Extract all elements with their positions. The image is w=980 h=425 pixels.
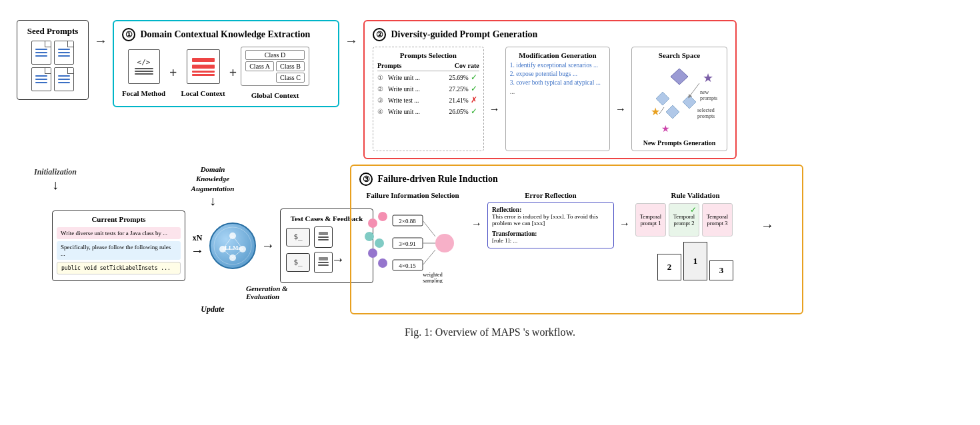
temporal-card-1-label: Temporal prompt 1 xyxy=(638,213,663,226)
arrow-right-xn: → xyxy=(191,243,204,258)
cp-card-3-text: public void setTickLabelInsets ... xyxy=(61,265,171,271)
doc-line xyxy=(35,49,47,50)
podium-bar-3: 3 xyxy=(709,260,733,280)
ps-row-1: ① Write unit ... 25.69% ✓ xyxy=(377,73,479,83)
code-line xyxy=(135,71,153,72)
new-prompts-label-text: new xyxy=(700,89,709,95)
podium-3rd: 3 xyxy=(709,260,733,280)
current-prompts-row: Current Prompts Write diverse unit tests… xyxy=(52,209,373,283)
dot-purple-2 xyxy=(378,258,387,268)
clip-line xyxy=(318,264,329,266)
new-prompts-label-text2: prompts xyxy=(700,95,717,101)
failure-info: Failure Information Selection 2×0.88 xyxy=(359,191,466,283)
section2-title: ② Diversity-guided Prompt Generation xyxy=(373,28,727,41)
focal-method: </> Focal Method xyxy=(122,49,165,97)
ps-row-2: ② Write unit ... 27.25% ✓ xyxy=(377,84,479,94)
doc-line xyxy=(58,79,70,80)
section2-box: ② Diversity-guided Prompt Generation Pro… xyxy=(363,20,737,159)
arrow-er-to-rv: → xyxy=(619,218,630,230)
new-prompts-generation: Search Space ★ ★ ★ new xyxy=(631,47,727,151)
code-lines xyxy=(135,68,153,75)
red-bar xyxy=(192,58,215,62)
temporal-card-2-label: Temporal prompt 2 xyxy=(671,213,697,226)
ps-num-4: ④ xyxy=(377,108,388,115)
arrow-right-icon: → xyxy=(345,33,358,49)
doc-line xyxy=(35,55,47,57)
red-bar-thin xyxy=(192,71,215,73)
failure-canvas: 2×0.88 3×0.91 4×0.15 weighted sampling xyxy=(359,203,463,283)
doc-line xyxy=(58,75,70,77)
ps-rate-4: 26.05% xyxy=(442,109,469,115)
doc-line xyxy=(58,49,70,50)
podium-bar-2: 2 xyxy=(657,254,681,280)
update-label: Update xyxy=(201,304,224,314)
xn-connector: xN → xyxy=(191,233,204,258)
weighted-sampling-label: weighted xyxy=(423,272,442,278)
ps-text-2: Write unit ... xyxy=(388,86,442,93)
ps-text-4: Write unit ... xyxy=(388,109,442,115)
reflection-label: Reflection: xyxy=(492,207,609,213)
ps-num-3: ③ xyxy=(377,97,388,104)
gen-eval-label: Generation &Evaluation xyxy=(246,284,288,300)
weight-text-1: 2×0.88 xyxy=(399,218,416,224)
llms-box: LLMs xyxy=(209,222,256,269)
big-dot xyxy=(435,234,454,252)
global-context-label: Global Context xyxy=(251,91,299,99)
arrow-ps-to-mg: → xyxy=(489,67,500,151)
section3-inner: Failure Information Selection 2×0.88 xyxy=(359,191,794,283)
doc-line xyxy=(58,52,70,53)
initialization-label: Initialization xyxy=(34,167,77,177)
star-orange: ★ xyxy=(651,106,660,117)
ps-check-1: ✓ xyxy=(469,73,479,83)
cp-card-2: Specifically, please follow the followin… xyxy=(57,241,181,260)
error-reflection-box: Reflection: This error is induced by [xx… xyxy=(487,202,614,248)
class-c: Class C xyxy=(276,73,305,83)
modification-generation: Modification Generation 1. identify exce… xyxy=(505,47,610,151)
diamond-3 xyxy=(666,105,679,119)
arrow-llms-to-tc: → xyxy=(261,238,275,253)
star-purple: ★ xyxy=(703,71,713,85)
npg-title: Search Space xyxy=(636,51,723,59)
seed-doc-3 xyxy=(31,67,51,91)
temporal-card-3-label: Temporal prompt 3 xyxy=(705,213,730,226)
modification-generation-title: Modification Generation xyxy=(510,51,605,59)
doc-line xyxy=(58,82,70,83)
ps-text-3: Write test ... xyxy=(388,97,442,104)
badge-circle-1: ① xyxy=(122,28,135,41)
class-d: Class D xyxy=(245,50,305,60)
cp-card-1: Write diverse unit tests for a Java clas… xyxy=(57,227,181,239)
section1-box: ① Domain Contextual Knowledge Extraction… xyxy=(113,20,339,107)
arrow-star-to-diamond xyxy=(689,83,699,97)
diamond-1 xyxy=(656,92,669,105)
seed-doc-2 xyxy=(54,41,74,65)
terminal-icon-1: $_ xyxy=(286,228,310,246)
diamond-2 xyxy=(683,95,696,109)
focal-method-label: Focal Method xyxy=(122,89,165,97)
arrow-to-big xyxy=(423,220,435,236)
arrow-tc-to-s3: → xyxy=(331,205,345,314)
error-reflection-title: Error Reflection xyxy=(487,191,614,199)
mg-item-1: 1. identify exceptional scenarios ... xyxy=(510,62,605,69)
section2-inner: Prompts Selection Prompts Cov rate ① Wri… xyxy=(373,47,727,151)
star-pink: ★ xyxy=(661,124,670,134)
arrow-s1-to-s2: → xyxy=(345,33,358,49)
rule-validation: Rule Validation Temporal prompt 1 Tempor… xyxy=(635,191,755,280)
red-bar xyxy=(192,65,215,69)
weighted-sampling-label2: sampling xyxy=(423,278,442,283)
mg-dots: ... xyxy=(510,88,605,95)
reflection-text: This error is induced by [xxx]. To avoid… xyxy=(492,213,609,226)
dot-teal-2 xyxy=(375,238,384,248)
section2-title-text: Diversity-guided Prompt Generation xyxy=(391,29,538,39)
selected-prompts-label: selected xyxy=(697,107,715,113)
ps-rate-3: 21.41% xyxy=(442,97,469,104)
section3-title-text: Failure-driven Rule Induction xyxy=(378,174,498,184)
failure-svg: 2×0.88 3×0.91 4×0.15 weighted sampling xyxy=(359,203,463,283)
doc-line xyxy=(35,75,47,77)
domain-knowledge-label: DomainKnowledgeAugmentation xyxy=(191,165,235,193)
seed-doc-1 xyxy=(31,41,51,65)
llms-network-svg: LLMs xyxy=(213,226,253,266)
arrow-star-to-diamond2 xyxy=(659,107,664,114)
doc-line xyxy=(35,82,47,83)
clip-line xyxy=(318,262,329,263)
seed-prompts-box: Seed Prompts xyxy=(17,20,89,100)
